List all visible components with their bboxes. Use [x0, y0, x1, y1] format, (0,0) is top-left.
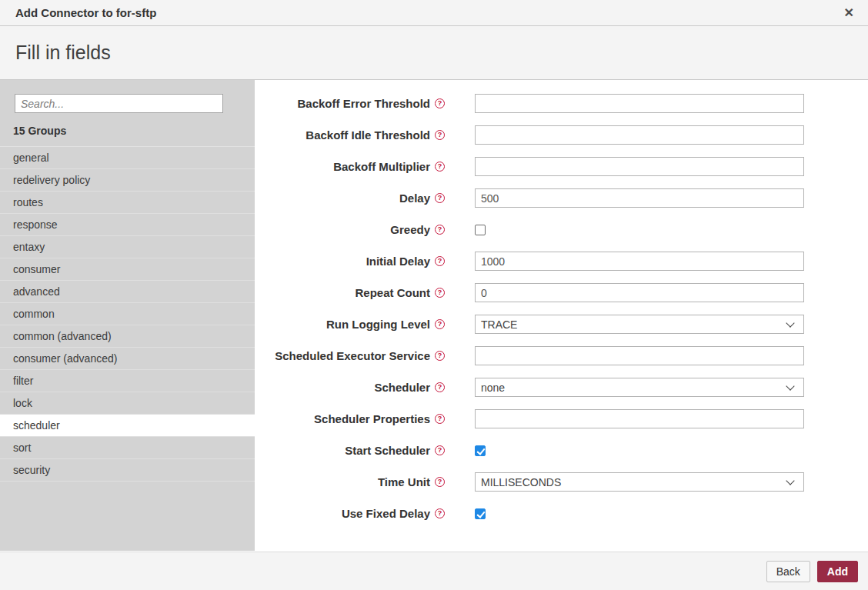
help-icon[interactable]: ? — [435, 414, 445, 424]
initial-delay-input[interactable] — [475, 252, 804, 271]
sidebar-item-response[interactable]: response — [0, 214, 255, 236]
form-row-time-unit: Time Unit?MILLISECONDS — [255, 466, 868, 498]
help-icon[interactable]: ? — [435, 130, 445, 140]
page-title: Fill in fields — [15, 42, 111, 64]
sidebar-item-consumer-advanced[interactable]: consumer (advanced) — [0, 348, 255, 370]
field-label-wrap: Backoff Idle Threshold? — [255, 128, 445, 142]
field-label: Time Unit — [378, 475, 430, 488]
add-connector-modal: Add Connector to for-sftp ✕ Fill in fiel… — [0, 0, 868, 590]
field-label-wrap: Backoff Multiplier? — [255, 160, 445, 173]
select-value: TRACE — [481, 318, 517, 331]
form-row-greedy: Greedy? — [255, 214, 868, 245]
help-icon[interactable]: ? — [435, 477, 445, 487]
field-control: MILLISECONDS — [475, 472, 804, 492]
help-icon[interactable]: ? — [435, 193, 445, 203]
greedy-checkbox[interactable] — [475, 225, 486, 235]
field-control — [475, 346, 804, 365]
field-label-wrap: Repeat Count? — [255, 286, 445, 299]
sidebar-item-advanced[interactable]: advanced — [0, 281, 255, 303]
field-label-wrap: Backoff Error Threshold? — [255, 97, 445, 110]
form-row-start-scheduler: Start Scheduler? — [255, 435, 868, 466]
select-value: MILLISECONDS — [481, 476, 561, 488]
form-row-scheduler: Scheduler?none — [255, 372, 868, 403]
groups-sidebar: 15 Groups generalredelivery policyroutes… — [0, 80, 255, 551]
help-icon[interactable]: ? — [435, 382, 445, 392]
help-icon[interactable]: ? — [435, 508, 445, 518]
field-control: TRACE — [475, 315, 804, 334]
sidebar-item-consumer[interactable]: consumer — [0, 258, 255, 281]
field-label: Scheduled Executor Service — [275, 349, 430, 362]
run-logging-level-select[interactable]: TRACE — [475, 315, 804, 334]
field-control — [475, 508, 486, 519]
form-row-delay: Delay? — [255, 182, 868, 214]
help-icon[interactable]: ? — [435, 256, 445, 266]
sidebar-item-common-advanced[interactable]: common (advanced) — [0, 325, 255, 348]
form-row-backoff-multiplier: Backoff Multiplier? — [255, 151, 868, 182]
form-row-run-logging-level: Run Logging Level?TRACE — [255, 308, 868, 340]
sidebar-item-general[interactable]: general — [0, 147, 255, 169]
sidebar-item-entaxy[interactable]: entaxy — [0, 236, 255, 258]
sidebar-item-redelivery-policy[interactable]: redelivery policy — [0, 169, 255, 192]
sidebar-item-filter[interactable]: filter — [0, 370, 255, 392]
groups-count-label: 15 Groups — [13, 125, 255, 137]
help-icon[interactable]: ? — [435, 351, 445, 361]
delay-input[interactable] — [475, 188, 804, 208]
sidebar-item-sort[interactable]: sort — [0, 437, 255, 459]
field-label: Run Logging Level — [326, 318, 430, 331]
field-label-wrap: Delay? — [255, 192, 445, 205]
field-control — [475, 283, 804, 302]
sidebar-item-common[interactable]: common — [0, 303, 255, 325]
field-label-wrap: Use Fixed Delay? — [255, 507, 445, 520]
help-icon[interactable]: ? — [435, 445, 445, 455]
close-icon[interactable]: ✕ — [844, 7, 854, 19]
modal-title: Add Connector to for-sftp — [15, 6, 156, 19]
fields-form: Backoff Error Threshold?Backoff Idle Thr… — [255, 80, 868, 551]
search-input[interactable] — [15, 94, 223, 113]
form-row-backoff-idle-threshold: Backoff Idle Threshold? — [255, 119, 868, 151]
field-control — [475, 188, 804, 208]
help-icon[interactable]: ? — [435, 225, 445, 235]
scheduler-select[interactable]: none — [475, 378, 804, 397]
select-value: none — [481, 382, 505, 394]
field-label: Use Fixed Delay — [342, 507, 430, 520]
heading-bar: Fill in fields — [0, 26, 868, 80]
form-row-use-fixed-delay: Use Fixed Delay? — [255, 498, 868, 529]
field-label-wrap: Scheduler? — [255, 381, 445, 394]
use-fixed-delay-checkbox[interactable] — [475, 508, 486, 519]
time-unit-select[interactable]: MILLISECONDS — [475, 472, 804, 492]
form-row-backoff-error-threshold: Backoff Error Threshold? — [255, 88, 868, 119]
field-label-wrap: Greedy? — [255, 223, 445, 236]
backoff-multiplier-input[interactable] — [475, 157, 804, 176]
field-label: Backoff Idle Threshold — [305, 128, 430, 142]
field-control — [475, 225, 486, 235]
sidebar-header: 15 Groups — [0, 80, 255, 147]
help-icon[interactable]: ? — [435, 98, 445, 108]
backoff-idle-threshold-input[interactable] — [475, 125, 804, 145]
field-label-wrap: Run Logging Level? — [255, 318, 445, 331]
field-label: Greedy — [390, 223, 430, 236]
field-label: Backoff Multiplier — [333, 160, 430, 173]
field-label-wrap: Start Scheduler? — [255, 444, 445, 457]
form-row-initial-delay: Initial Delay? — [255, 245, 868, 277]
add-button[interactable]: Add — [817, 561, 858, 582]
field-label-wrap: Time Unit? — [255, 475, 445, 488]
backoff-error-threshold-input[interactable] — [475, 94, 804, 113]
repeat-count-input[interactable] — [475, 283, 804, 302]
scheduled-executor-service-input[interactable] — [475, 346, 804, 365]
back-button[interactable]: Back — [766, 561, 810, 582]
help-icon[interactable]: ? — [435, 319, 445, 329]
field-control — [475, 94, 804, 113]
scheduler-properties-input[interactable] — [475, 409, 804, 428]
sidebar-item-routes[interactable]: routes — [0, 192, 255, 214]
help-icon[interactable]: ? — [435, 162, 445, 172]
chevron-down-icon — [786, 476, 794, 485]
form-row-scheduler-properties: Scheduler Properties? — [255, 403, 868, 435]
start-scheduler-checkbox[interactable] — [475, 445, 486, 456]
field-control — [475, 445, 486, 456]
sidebar-item-security[interactable]: security — [0, 459, 255, 482]
modal-body: 15 Groups generalredelivery policyroutes… — [0, 80, 868, 551]
help-icon[interactable]: ? — [435, 288, 445, 298]
field-label: Scheduler Properties — [314, 412, 430, 425]
sidebar-item-scheduler[interactable]: scheduler — [0, 415, 255, 437]
sidebar-item-lock[interactable]: lock — [0, 392, 255, 415]
